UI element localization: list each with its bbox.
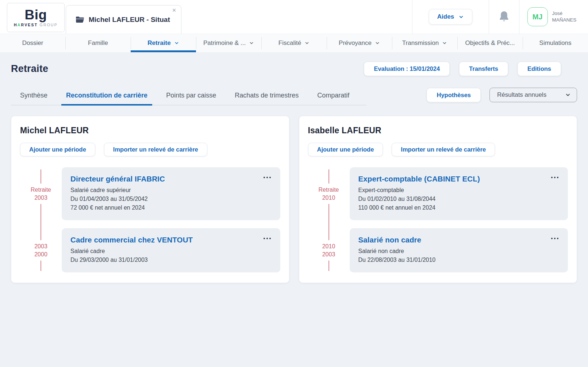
career-period-card[interactable]: Salarié non cadre Salarié non cadre Du 2… — [350, 228, 568, 272]
top-bar: Big HARVEST GROUP Michel LAFLEUR - Situa… — [0, 0, 588, 34]
card-actions: Ajouter une période Importer un relevé d… — [308, 143, 568, 156]
timeline-label: Retraite 2003 — [20, 183, 62, 204]
nav-item-fiscalite[interactable]: Fiscalité — [261, 34, 327, 52]
nav-item-transmission[interactable]: Transmission — [392, 34, 457, 52]
career-timeline: Retraite 2010 Expert-comptable (CABINET … — [308, 167, 568, 272]
results-select-value: Résultats annuels — [497, 91, 546, 99]
avatar[interactable]: MJ — [527, 7, 548, 26]
page-actions: Evaluation : 15/01/2024 Transferts Editi… — [364, 62, 561, 76]
nav-item-prevoyance[interactable]: Prévoyance — [327, 34, 392, 52]
brand-logo-subtitle: HARVEST GROUP — [14, 23, 58, 27]
transferts-button[interactable]: Transferts — [459, 62, 508, 76]
bell-icon[interactable] — [498, 10, 510, 23]
nav-item-famille[interactable]: Famille — [65, 34, 131, 52]
add-period-button[interactable]: Ajouter une période — [308, 143, 383, 156]
nav-item-patrimoine[interactable]: Patrimoine & ... — [196, 34, 261, 52]
aides-button-label: Aides — [437, 13, 454, 20]
main-nav: Dossier Famille Retraite Patrimoine & ..… — [0, 34, 588, 52]
aides-section: Aides — [412, 0, 489, 34]
nav-item-dossier[interactable]: Dossier — [0, 34, 65, 52]
notifications-section — [489, 0, 519, 34]
nav-item-simulations[interactable]: Simulations — [523, 34, 588, 52]
timeline-label: 2010 2003 — [308, 240, 350, 261]
ellipsis-menu-icon[interactable] — [550, 236, 560, 241]
page-head: Retraite Evaluation : 15/01/2024 Transfe… — [11, 52, 577, 76]
career-period-status: Salarié cadre supérieur — [70, 186, 260, 195]
ellipsis-menu-icon[interactable] — [262, 175, 272, 180]
career-period-status: Salarié cadre — [70, 247, 260, 256]
career-period-card[interactable]: Cadre commercial chez VENTOUT Salarié ca… — [62, 228, 280, 272]
topbar-spacer — [181, 0, 412, 34]
user-last-name: MAÑANES — [552, 17, 577, 23]
career-period-dates: Du 01/02/2010 au 31/08/2044 — [358, 195, 548, 203]
subtabs: Synthèse Reconstitution de carrière Poin… — [11, 92, 366, 106]
card-actions: Ajouter une période Importer un relevé d… — [20, 143, 280, 156]
dossier-tab-title: Michel LAFLEUR - Situation i... — [89, 16, 170, 24]
person-name: Isabelle LAFLEUR — [308, 126, 568, 135]
subtab-rachats-trimestres[interactable]: Rachats de trimestres — [234, 92, 299, 105]
chevron-down-icon — [375, 41, 380, 46]
career-period-income: 72 000 € net annuel en 2024 — [70, 203, 260, 212]
chevron-down-icon — [249, 41, 254, 46]
results-select[interactable]: Résultats annuels — [489, 88, 577, 102]
brand-logo-caret-a: A — [18, 23, 21, 27]
career-period-title: Expert-comptable (CABINET ECL) — [358, 175, 548, 183]
career-period-dates: Du 22/08/2003 au 31/01/2010 — [358, 256, 548, 264]
career-entry: Retraite 2010 Expert-comptable (CABINET … — [350, 167, 568, 220]
chevron-down-icon — [304, 41, 310, 46]
timeline-label: Retraite 2010 — [308, 183, 350, 204]
ellipsis-menu-icon[interactable] — [550, 175, 560, 180]
import-career-button[interactable]: Importer un relevé de carrière — [392, 143, 495, 156]
import-career-button[interactable]: Importer un relevé de carrière — [104, 143, 207, 156]
career-period-income: 110 000 € net annuel en 2024 — [358, 203, 548, 212]
brand-logo-big: Big — [24, 8, 47, 22]
hypotheses-button[interactable]: Hypothèses — [427, 88, 481, 102]
chevron-down-icon — [565, 92, 571, 98]
career-period-title: Cadre commercial chez VENTOUT — [70, 236, 260, 244]
evaluation-date-button[interactable]: Evaluation : 15/01/2024 — [364, 62, 450, 76]
career-period-dates: Du 29/03/2000 au 31/01/2003 — [70, 256, 260, 264]
user-first-name: José — [552, 10, 577, 17]
career-card-isabelle: Isabelle LAFLEUR Ajouter une période Imp… — [299, 116, 577, 283]
subtab-points-par-caisse[interactable]: Points par caisse — [166, 92, 216, 105]
editions-button[interactable]: Editions — [518, 62, 561, 76]
career-period-dates: Du 01/04/2003 au 31/05/2042 — [70, 195, 260, 203]
user-section: MJ José MAÑANES — [519, 0, 588, 34]
career-entry: Retraite 2003 Directeur général IFABRIC … — [62, 167, 280, 220]
avatar-initials: MJ — [533, 13, 543, 21]
chevron-down-icon — [442, 41, 447, 46]
career-card-michel: Michel LAFLEUR Ajouter une période Impor… — [11, 116, 289, 283]
subtab-reconstitution-carriere[interactable]: Reconstitution de carrière — [66, 92, 148, 105]
nav-item-retraite[interactable]: Retraite — [131, 34, 196, 52]
subtab-comparatif[interactable]: Comparatif — [317, 92, 350, 105]
aides-button[interactable]: Aides — [429, 9, 472, 24]
content-area: Retraite Evaluation : 15/01/2024 Transfe… — [0, 52, 588, 367]
career-period-status: Salarié non cadre — [358, 247, 548, 256]
user-name: José MAÑANES — [552, 10, 577, 23]
chevron-down-icon — [458, 14, 464, 20]
career-timeline: Retraite 2003 Directeur général IFABRIC … — [20, 167, 280, 272]
subtab-right-controls: Hypothèses Résultats annuels — [427, 88, 577, 106]
timeline-label: 2003 2000 — [20, 240, 62, 261]
folder-icon — [76, 16, 84, 23]
page-title: Retraite — [11, 63, 48, 74]
subtab-row: Synthèse Reconstitution de carrière Poin… — [11, 88, 577, 106]
career-period-status: Expert-comptable — [358, 186, 548, 195]
career-period-title: Directeur général IFABRIC — [70, 175, 260, 183]
career-period-title: Salarié non cadre — [358, 236, 548, 244]
career-entry: 2010 2003 Salarié non cadre Salarié non … — [350, 228, 568, 272]
career-period-card[interactable]: Expert-comptable (CABINET ECL) Expert-co… — [350, 167, 568, 220]
open-dossier-tab[interactable]: Michel LAFLEUR - Situation i... × — [66, 5, 181, 34]
chevron-down-icon — [174, 41, 179, 46]
nav-item-objectifs[interactable]: Objectifs & Préc... — [457, 34, 523, 52]
career-entry: 2003 2000 Cadre commercial chez VENTOUT … — [62, 228, 280, 272]
career-cards-row: Michel LAFLEUR Ajouter une période Impor… — [11, 116, 577, 283]
person-name: Michel LAFLEUR — [20, 126, 280, 135]
close-tab-icon[interactable]: × — [170, 6, 178, 14]
ellipsis-menu-icon[interactable] — [262, 236, 272, 241]
add-period-button[interactable]: Ajouter une période — [20, 143, 95, 156]
career-period-card[interactable]: Directeur général IFABRIC Salarié cadre … — [62, 167, 280, 220]
brand-logo[interactable]: Big HARVEST GROUP — [7, 3, 65, 32]
subtab-synthese[interactable]: Synthèse — [20, 92, 48, 105]
